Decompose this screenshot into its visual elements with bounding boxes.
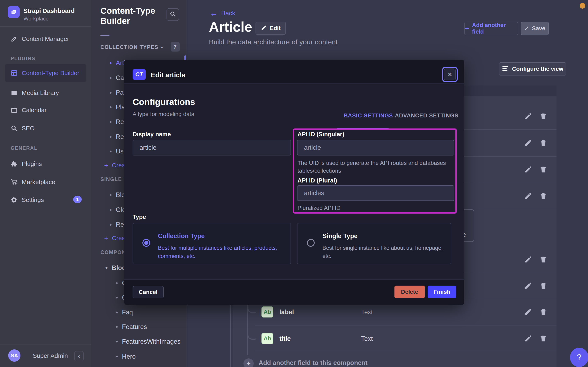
edit-pencil-icon[interactable] bbox=[524, 139, 532, 148]
component-item[interactable]: FeaturesWithImages bbox=[91, 336, 187, 347]
gear-icon bbox=[11, 196, 18, 203]
configurations-title: Configurations bbox=[133, 97, 195, 107]
delete-trash-icon[interactable] bbox=[539, 112, 547, 121]
api-id-plural-input[interactable]: articles bbox=[297, 185, 454, 201]
panel-title: Content-Type Builder bbox=[100, 6, 174, 26]
edit-pencil-icon[interactable] bbox=[524, 112, 532, 121]
sidebar-item-calendar[interactable]: Calendar bbox=[0, 103, 91, 117]
add-another-field-button[interactable]: + Add another field bbox=[464, 22, 518, 35]
layout-grid-icon bbox=[11, 70, 18, 76]
bullet-icon bbox=[110, 106, 111, 108]
row-actions bbox=[524, 165, 547, 174]
plus-icon: + bbox=[104, 234, 108, 242]
delete-trash-icon[interactable] bbox=[539, 192, 547, 201]
component-item[interactable]: Faq bbox=[91, 307, 187, 318]
edit-pencil-icon[interactable] bbox=[524, 282, 532, 291]
back-label: Back bbox=[221, 10, 235, 17]
field-type: Text bbox=[361, 309, 373, 316]
search-icon bbox=[170, 11, 176, 18]
active-tab-underline bbox=[337, 128, 389, 129]
api-id-plural-label: API ID (Plural) bbox=[298, 177, 337, 184]
search-button[interactable] bbox=[166, 8, 179, 21]
plus-icon: + bbox=[465, 24, 469, 33]
component-item-label: Features bbox=[122, 323, 147, 331]
user-avatar[interactable]: SA bbox=[8, 350, 20, 362]
save-button-label: Save bbox=[532, 25, 545, 32]
sidebar-item-label: Content-Type Builder bbox=[22, 70, 79, 76]
bullet-icon bbox=[116, 356, 118, 357]
edit-pencil-icon[interactable] bbox=[524, 165, 532, 174]
component-item[interactable]: Features bbox=[91, 321, 187, 333]
row-actions bbox=[524, 139, 547, 148]
display-name-label: Display name bbox=[133, 131, 171, 138]
back-link[interactable]: ← Back bbox=[210, 8, 235, 18]
edit-pencil-icon[interactable] bbox=[524, 308, 532, 317]
collection-type-option[interactable]: Collection Type Best for multiple instan… bbox=[133, 223, 291, 264]
tab-advanced-settings[interactable]: ADVANCED SETTINGS bbox=[395, 113, 458, 119]
modal-close-button[interactable]: ✕ bbox=[442, 67, 458, 82]
collapse-sidebar-button[interactable]: ‹ bbox=[74, 351, 84, 361]
collection-types-label: COLLECTION TYPES bbox=[100, 44, 158, 50]
add-field-to-component-link[interactable]: Add another field to this component bbox=[259, 359, 367, 367]
type-label: Type bbox=[133, 214, 146, 220]
component-item[interactable]: Hero bbox=[91, 351, 187, 362]
collection-types-header[interactable]: COLLECTION TYPES▾ bbox=[100, 44, 163, 50]
edit-button[interactable]: Edit bbox=[256, 22, 286, 35]
delete-trash-icon[interactable] bbox=[539, 139, 547, 148]
sidebar-item-label: SEO bbox=[22, 125, 34, 132]
divider bbox=[0, 26, 91, 27]
delete-button[interactable]: Delete bbox=[394, 286, 425, 298]
row-actions bbox=[524, 112, 547, 121]
sidebar-item-label: Plugins bbox=[22, 160, 42, 167]
plus-icon: + bbox=[104, 161, 108, 169]
configure-view-label: Configure the view bbox=[512, 66, 563, 72]
edit-article-modal: CT Edit article ✕ Configurations A type … bbox=[124, 60, 464, 305]
sidebar-item-plugins[interactable]: Plugins bbox=[0, 157, 91, 171]
edit-pencil-icon[interactable] bbox=[524, 192, 532, 201]
single-type-option[interactable]: Single Type Best for single instance lik… bbox=[297, 223, 451, 264]
edit-button-label: Edit bbox=[270, 25, 281, 32]
bullet-icon bbox=[116, 326, 118, 328]
component-item-label: FeaturesWithImages bbox=[122, 338, 181, 345]
finish-button[interactable]: Finish bbox=[428, 286, 456, 298]
delete-trash-icon[interactable] bbox=[539, 308, 547, 317]
sidebar-item-label: Media Library bbox=[22, 89, 59, 96]
delete-trash-icon[interactable] bbox=[539, 282, 547, 291]
sidebar-item-content-manager[interactable]: Content Manager bbox=[0, 32, 91, 46]
collection-count-badge: 7 bbox=[171, 42, 180, 51]
pencil-icon bbox=[261, 25, 267, 32]
check-icon: ✓ bbox=[524, 25, 529, 32]
chevron-down-icon: ▾ bbox=[105, 265, 108, 271]
sidebar-item-content-type-builder[interactable]: Content-Type Builder bbox=[5, 64, 86, 82]
edit-pencil-icon[interactable] bbox=[524, 334, 532, 343]
strapi-logo-icon[interactable] bbox=[8, 6, 20, 18]
sidebar-item-media-library[interactable]: Media Library bbox=[0, 86, 91, 100]
bullet-icon bbox=[110, 209, 111, 211]
sidebar-item-label: Content Manager bbox=[22, 35, 69, 42]
delete-trash-icon[interactable] bbox=[539, 255, 547, 264]
recording-indicator-dot bbox=[580, 3, 585, 8]
sidebar-item-seo[interactable]: SEO bbox=[0, 121, 91, 135]
help-button[interactable]: ? bbox=[570, 348, 588, 367]
component-item-label: Hero bbox=[122, 353, 136, 360]
text-field-type-badge: Ab bbox=[261, 333, 273, 344]
cancel-button[interactable]: Cancel bbox=[133, 286, 164, 298]
bullet-icon bbox=[110, 121, 111, 123]
magnifier-icon bbox=[11, 125, 18, 132]
chevron-down-icon: ▾ bbox=[161, 45, 163, 50]
add-field-plus-icon[interactable]: + bbox=[243, 359, 254, 367]
configure-view-button[interactable]: Configure the view bbox=[499, 62, 566, 75]
delete-trash-icon[interactable] bbox=[539, 165, 547, 174]
calendar-icon bbox=[11, 107, 18, 114]
tab-basic-settings[interactable]: BASIC SETTINGS bbox=[344, 113, 393, 119]
edit-pencil-icon[interactable] bbox=[524, 255, 532, 264]
radio-selected-icon[interactable] bbox=[142, 239, 150, 247]
save-button[interactable]: ✓ Save bbox=[521, 22, 549, 35]
display-name-input[interactable]: article bbox=[133, 140, 291, 156]
radio-unselected-icon[interactable] bbox=[307, 239, 315, 247]
delete-trash-icon[interactable] bbox=[539, 334, 547, 343]
bullet-icon bbox=[110, 77, 111, 79]
sidebar-item-label: Marketplace bbox=[22, 179, 55, 185]
api-id-singular-input[interactable]: article bbox=[297, 140, 454, 156]
sidebar-item-marketplace[interactable]: Marketplace bbox=[0, 175, 91, 189]
